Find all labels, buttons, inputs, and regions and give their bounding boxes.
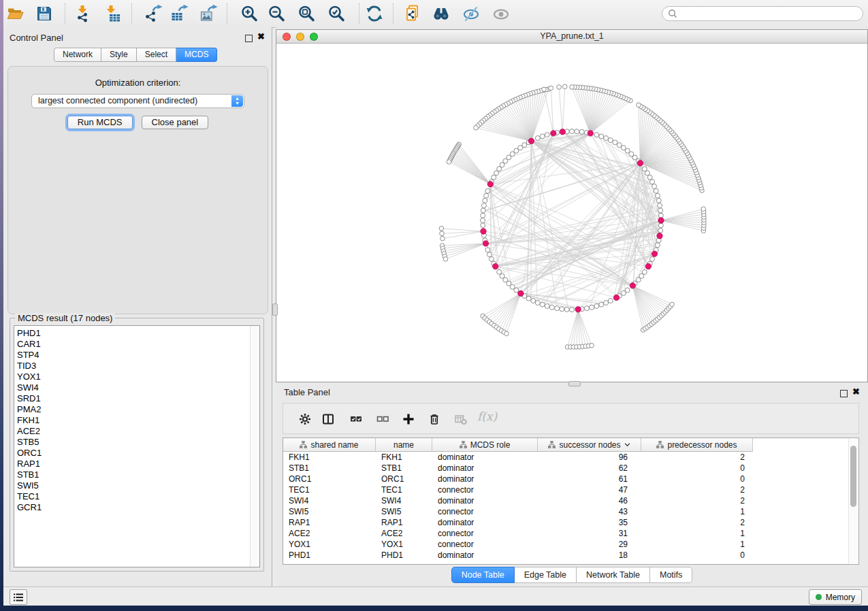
network-view-window: YPA_prune.txt_1 xyxy=(276,29,868,382)
selected-criterion-value: largest connected component (undirected) xyxy=(38,96,197,105)
table-scrollbar-thumb[interactable] xyxy=(850,446,856,507)
horizontal-splitter-handle[interactable] xyxy=(568,381,581,386)
table-row[interactable]: ACE2ACE2connector311 xyxy=(283,528,858,539)
tab-edge-table[interactable]: Edge Table xyxy=(515,567,577,583)
table-row[interactable]: ORC1ORC1dominator610 xyxy=(283,474,858,484)
search-input[interactable] xyxy=(681,8,857,19)
new-network-from-selection-icon[interactable] xyxy=(403,4,422,23)
mcds-result-list[interactable]: PHD1CAR1STP4TID3YOX1SWI4SRD1PMA2FKH1ACE2… xyxy=(14,325,260,567)
show-all-eye-icon[interactable] xyxy=(492,4,511,23)
table-row[interactable]: SWI4SWI4dominator462 xyxy=(283,495,858,506)
column-header-name[interactable]: name xyxy=(376,438,432,452)
column-header-label: MCDS role xyxy=(470,440,511,450)
optimization-criterion-label: Optimization criterion: xyxy=(8,78,268,88)
import-table-icon[interactable] xyxy=(103,4,123,23)
column-header-predecessor-nodes[interactable]: predecessor nodes xyxy=(641,438,753,452)
table-cell: 35 xyxy=(538,517,641,528)
mcds-result-item[interactable]: SWI4 xyxy=(14,382,259,393)
open-file-icon[interactable] xyxy=(6,4,25,23)
toolbar-separator xyxy=(65,3,65,24)
table-cell: FKH1 xyxy=(376,452,432,463)
import-network-icon[interactable] xyxy=(74,4,93,23)
result-list-scrollbar[interactable] xyxy=(250,326,259,567)
node-table-header: shared namenameMCDS rolesuccessor nodesp… xyxy=(283,438,753,452)
tab-node-table[interactable]: Node Table xyxy=(451,567,515,583)
mcds-result-item[interactable]: CAR1 xyxy=(14,339,259,350)
mcds-result-item[interactable]: SWI5 xyxy=(14,480,259,491)
desktop: { "toolbar": { "icon_names": ["open-file… xyxy=(0,0,868,611)
tab-motifs[interactable]: Motifs xyxy=(650,567,692,583)
network-nodes[interactable] xyxy=(439,84,706,349)
delete-columns-trash-icon[interactable] xyxy=(428,413,440,425)
close-panel-button[interactable]: Close panel xyxy=(142,116,209,129)
close-panel-icon[interactable]: ✖ xyxy=(852,388,860,400)
task-history-list-button[interactable] xyxy=(10,589,27,605)
column-header-successor-nodes[interactable]: successor nodes xyxy=(538,438,641,452)
save-session-icon[interactable] xyxy=(35,4,54,23)
select-all-rows-icon[interactable] xyxy=(350,413,362,425)
float-panel-icon[interactable] xyxy=(245,33,253,45)
first-neighbors-binoculars-icon[interactable] xyxy=(432,4,451,23)
tab-select[interactable]: Select xyxy=(137,48,176,62)
mcds-result-item[interactable]: STB1 xyxy=(14,469,259,480)
tab-network-table[interactable]: Network Table xyxy=(577,567,650,583)
table-cell: ACE2 xyxy=(376,528,432,539)
table-cell: PHD1 xyxy=(376,550,432,561)
table-options-gear-icon[interactable] xyxy=(299,413,311,425)
mcds-result-item[interactable]: GCR1 xyxy=(14,502,259,513)
table-row[interactable]: RAP1RAP1dominator352 xyxy=(283,517,858,528)
table-row[interactable]: TEC1TEC1connector472 xyxy=(283,484,858,495)
mcds-result-item[interactable]: STP4 xyxy=(14,350,259,361)
table-cell: 2 xyxy=(641,517,753,528)
optimization-criterion-select[interactable]: largest connected component (undirected)… xyxy=(31,94,244,108)
zoom-out-icon[interactable] xyxy=(267,4,286,23)
tab-network[interactable]: Network xyxy=(54,48,101,62)
mcds-result-item[interactable]: PHD1 xyxy=(14,328,259,339)
zoom-fit-icon[interactable] xyxy=(297,4,316,23)
table-row[interactable]: FKH1FKH1dominator962 xyxy=(283,452,858,463)
table-cell: SWI5 xyxy=(283,506,376,517)
mcds-result-item[interactable]: YOX1 xyxy=(14,371,259,382)
run-mcds-button[interactable]: Run MCDS xyxy=(67,116,133,129)
tab-mcds[interactable]: MCDS xyxy=(176,48,217,62)
zoom-selected-icon[interactable] xyxy=(327,4,346,23)
export-network-icon[interactable] xyxy=(144,4,163,23)
search-box[interactable] xyxy=(662,6,863,21)
column-type-icon xyxy=(656,441,664,448)
deselect-all-rows-icon[interactable] xyxy=(376,413,389,425)
hide-selected-eye-slash-icon[interactable] xyxy=(462,4,481,23)
add-column-icon[interactable] xyxy=(402,413,415,425)
mcds-result-item[interactable]: PMA2 xyxy=(14,404,259,415)
memory-button-label: Memory xyxy=(826,593,855,602)
mcds-result-item[interactable]: ORC1 xyxy=(14,448,259,459)
network-window-titlebar[interactable]: YPA_prune.txt_1 xyxy=(276,30,867,44)
column-header-shared-name[interactable]: shared name xyxy=(283,438,376,452)
show-columns-icon[interactable] xyxy=(322,413,334,425)
memory-button[interactable]: Memory xyxy=(809,589,862,605)
zoom-in-icon[interactable] xyxy=(240,4,259,23)
mcds-tab-content: Optimization criterion: largest connecte… xyxy=(7,66,268,314)
table-cell: PHD1 xyxy=(283,550,376,561)
mcds-result-item[interactable]: TEC1 xyxy=(14,491,259,502)
mcds-result-item[interactable]: FKH1 xyxy=(14,415,259,426)
cytoscape-window: Control Panel ✖ NetworkStyleSelectMCDS O… xyxy=(3,0,868,606)
table-scrollbar[interactable] xyxy=(848,439,858,563)
close-panel-icon[interactable]: ✖ xyxy=(257,33,265,45)
mcds-result-item[interactable]: TID3 xyxy=(14,361,259,371)
table-row[interactable]: YOX1YOX1connector291 xyxy=(283,539,858,550)
network-canvas[interactable] xyxy=(276,44,867,382)
export-image-icon[interactable] xyxy=(199,4,218,23)
mcds-result-item[interactable]: RAP1 xyxy=(14,459,259,469)
tab-style[interactable]: Style xyxy=(101,48,137,62)
export-table-icon[interactable] xyxy=(170,4,189,23)
mcds-result-item[interactable]: SRD1 xyxy=(14,393,259,404)
refresh-view-icon[interactable] xyxy=(365,4,384,23)
table-row[interactable]: STB1STB1dominator620 xyxy=(283,463,858,474)
mcds-result-item[interactable]: STB5 xyxy=(14,437,259,448)
float-panel-icon[interactable] xyxy=(840,388,848,400)
table-row[interactable]: SWI5SWI5connector431 xyxy=(283,506,858,517)
table-row[interactable]: PHD1PHD1dominator180 xyxy=(283,550,858,561)
column-header-MCDS-role[interactable]: MCDS role xyxy=(432,438,538,452)
vertical-splitter-handle[interactable] xyxy=(272,303,278,316)
mcds-result-item[interactable]: ACE2 xyxy=(14,426,259,437)
